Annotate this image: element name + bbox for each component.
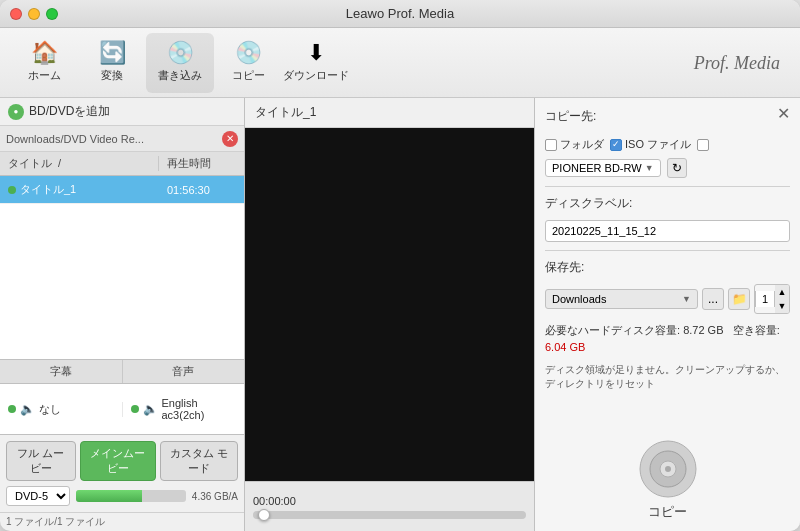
divider-2 [545,250,790,251]
right-panel: ✕ コピー先: フォルダ ISO ファイル PIONEER BD-RW ▼ [535,98,800,531]
iso-checkbox[interactable] [610,139,622,151]
sub-audio-body: 🔈 なし 🔈 English ac3(2ch) [0,384,244,434]
spinner-down[interactable]: ▼ [775,299,789,313]
save-path-dropdown[interactable]: Downloads ▼ [545,289,698,309]
audio-header: 音声 [123,360,245,383]
file-close-button[interactable]: ✕ [222,131,238,147]
save-to-label: 保存先: [545,259,790,276]
disk-req-value: 8.72 GB [683,324,723,336]
toolbar-convert-label: 変換 [101,68,123,83]
copy-options-row: フォルダ ISO ファイル PIONEER BD-RW ▼ ↻ [545,137,790,178]
disk-free-value: 6.04 GB [545,341,585,353]
file-table: タイトル_1 01:56:30 [0,176,244,359]
toolbar-convert[interactable]: 🔄 変換 [78,33,146,93]
row-time: 01:56:30 [159,184,244,196]
maximize-button[interactable] [46,8,58,20]
subtitle-cell[interactable]: 🔈 なし [0,402,123,417]
toolbar-download[interactable]: ⬇ ダウンロード [282,33,350,93]
main-movie-button[interactable]: メインムービー [80,441,156,481]
dvd-format-select[interactable]: DVD-5 DVD-9 [6,486,70,506]
disk-label-input[interactable] [545,220,790,242]
window-title: Leawo Prof. Media [346,6,454,21]
number-spinner: 1 ▲ ▼ [754,284,790,314]
close-button[interactable] [10,8,22,20]
download-icon: ⬇ [307,42,325,64]
title-header-label: タイトル [8,157,52,169]
toolbar-home[interactable]: 🏠 ホーム [10,33,78,93]
window-controls [10,8,58,20]
dvd-format-row: DVD-5 DVD-9 4.36 GB/A [6,486,238,506]
copy-button[interactable]: コピー [648,503,687,521]
toolbar-download-label: ダウンロード [283,68,349,83]
seek-handle[interactable] [258,509,270,521]
disk-info: 必要なハードディスク容量: 8.72 GB 空き容量: 6.04 GB [545,322,790,355]
spinner-up[interactable]: ▲ [775,285,789,299]
dots-icon: ... [708,292,718,306]
drive-checkbox[interactable] [697,139,709,151]
home-icon: 🏠 [31,42,58,64]
row-title: タイトル_1 [0,182,159,197]
right-panel-close[interactable]: ✕ [777,106,790,122]
video-area[interactable] [245,128,534,481]
video-title-bar: タイトル_1 [245,98,534,128]
toolbar: 🏠 ホーム 🔄 変換 💿 書き込み 💿 コピー ⬇ ダウンロード Prof. M… [0,28,800,98]
save-to-section: 保存先: Downloads ▼ ... 📁 1 ▲ [545,259,790,314]
disk-req-label: 必要なハードディスク容量: [545,324,680,336]
folder-icon: 📁 [732,292,747,306]
bd-dvd-icon: ● [8,104,24,120]
folder-button[interactable]: 📁 [728,288,750,310]
subtitle-value: なし [39,402,61,417]
iso-label: ISO ファイル [625,137,691,152]
burn-icon: 💿 [167,42,194,64]
divider-1 [545,186,790,187]
iso-option[interactable]: ISO ファイル [610,137,691,152]
bd-dvd-bar: ● BD/DVDを追加 [0,98,244,126]
svg-point-3 [665,466,671,472]
toolbar-home-label: ホーム [28,68,61,83]
video-title: タイトル_1 [255,104,316,121]
disc-icon [638,439,698,499]
seek-bar[interactable] [253,511,526,519]
folder-checkbox[interactable] [545,139,557,151]
audio-speaker: 🔈 [143,402,158,416]
col-time-header: 再生時間 [159,156,244,171]
warning-text: ディスク領域が足りません。クリーンアップするか、ディレクトリをリセット [545,363,790,391]
table-row[interactable]: タイトル_1 01:56:30 [0,176,244,204]
disk-free-label: 空き容量: [733,324,780,336]
spinner-value: 1 [755,291,775,307]
progress-bar-container [76,490,186,502]
subtitle-dot [8,405,16,413]
toolbar-items: 🏠 ホーム 🔄 変換 💿 書き込み 💿 コピー ⬇ ダウンロード [10,33,350,93]
bd-dvd-label: BD/DVDを追加 [29,103,110,120]
video-controls: 00:00:00 [245,481,534,531]
main-window: Leawo Prof. Media 🏠 ホーム 🔄 変換 💿 書き込み 💿 コピ… [0,0,800,531]
audio-dot [131,405,139,413]
video-panel: タイトル_1 00:00:00 [245,98,535,531]
custom-mode-button[interactable]: カスタム モード [160,441,238,481]
file-count: 1 ファイル/1 ファイル [0,512,244,531]
folder-option[interactable]: フォルダ [545,137,604,152]
titlebar: Leawo Prof. Media [0,0,800,28]
drive-label: PIONEER BD-RW [552,162,642,174]
progress-bar-fill [76,490,142,502]
subtitle-speaker: 🔈 [20,402,35,416]
save-path-text: Downloads [552,293,678,305]
drive-dropdown[interactable]: PIONEER BD-RW ▼ [545,159,661,177]
toolbar-copy[interactable]: 💿 コピー [214,33,282,93]
toolbar-burn[interactable]: 💿 書き込み [146,33,214,93]
full-movie-button[interactable]: フル ムービー [6,441,76,481]
drive-chevron: ▼ [645,163,654,173]
dots-menu-button[interactable]: ... [702,288,724,310]
save-path-chevron: ▼ [682,294,691,304]
sub-audio-header: 字幕 音声 [0,359,244,384]
mode-buttons: フル ムービー メインムービー カスタム モード [6,441,238,481]
main-content: ● BD/DVDを追加 Downloads/DVD Video Re... ✕ … [0,98,800,531]
folder-label: フォルダ [560,137,604,152]
minimize-button[interactable] [28,8,40,20]
convert-icon: 🔄 [99,42,126,64]
audio-cell[interactable]: 🔈 English ac3(2ch) [123,397,245,421]
app-logo: Prof. Media [694,52,780,73]
audio-value: English ac3(2ch) [162,397,237,421]
time-display: 00:00:00 [253,495,526,507]
refresh-button[interactable]: ↻ [667,158,687,178]
